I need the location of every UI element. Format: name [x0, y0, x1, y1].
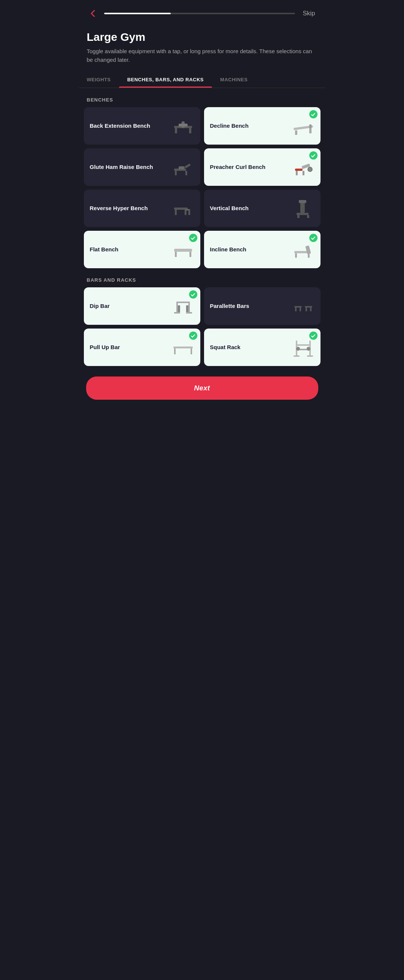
card-dip-bar[interactable]: Dip Bar: [84, 287, 200, 325]
card-label: Dip Bar: [90, 302, 170, 310]
page-subtitle: Toggle available equipment with a tap, o…: [87, 47, 317, 64]
check-icon: [309, 151, 317, 159]
svg-rect-48: [310, 307, 312, 311]
svg-point-59: [307, 347, 311, 351]
card-squat-rack[interactable]: Squat Rack: [204, 329, 320, 366]
card-image: [170, 195, 196, 222]
svg-point-18: [308, 167, 312, 172]
tabs-container: WEIGHTS BENCHES, BARS, AND RACKS MACHINE…: [79, 68, 326, 88]
svg-rect-22: [185, 210, 187, 215]
card-label: Reverse Hyper Bench: [90, 205, 170, 212]
svg-rect-4: [179, 124, 188, 127]
card-label: Flat Bench: [90, 246, 170, 253]
tab-benches-bars-racks[interactable]: BENCHES, BARS, AND RACKS: [119, 73, 212, 88]
card-label: Decline Bench: [210, 122, 290, 130]
title-section: Large Gym Toggle available equipment wit…: [79, 24, 326, 68]
progress-bar: [104, 13, 295, 14]
card-label: Parallette Bars: [210, 302, 290, 310]
svg-rect-47: [306, 307, 307, 311]
svg-rect-16: [296, 171, 298, 175]
tab-weights[interactable]: WEIGHTS: [79, 73, 119, 88]
card-label: Glute Ham Raise Bench: [90, 163, 170, 171]
page-title: Large Gym: [87, 31, 317, 43]
card-incline-bench[interactable]: Incline Bench: [204, 231, 320, 268]
header: Skip: [79, 0, 326, 24]
svg-rect-10: [184, 163, 190, 168]
svg-rect-27: [307, 215, 309, 218]
back-button[interactable]: [86, 7, 100, 20]
svg-rect-30: [175, 252, 177, 257]
card-vertical-bench[interactable]: Vertical Bench: [204, 189, 320, 227]
svg-rect-8: [309, 124, 312, 128]
svg-rect-17: [303, 171, 304, 175]
check-icon: [189, 234, 197, 242]
check-icon: [189, 290, 197, 299]
card-reverse-hyper-bench[interactable]: Reverse Hyper Bench: [84, 189, 200, 227]
bottom-section: Next: [79, 366, 326, 413]
svg-rect-11: [175, 171, 177, 175]
svg-rect-57: [307, 355, 313, 356]
svg-rect-51: [190, 348, 192, 355]
svg-rect-21: [175, 210, 177, 215]
card-image: [290, 293, 317, 320]
card-preacher-curl-bench[interactable]: Preacher Curl Bench: [204, 148, 320, 186]
next-button[interactable]: Next: [86, 377, 318, 400]
check-icon: [309, 234, 317, 242]
svg-rect-3: [189, 128, 191, 134]
svg-rect-44: [305, 306, 312, 307]
svg-rect-26: [297, 215, 299, 218]
svg-rect-37: [189, 302, 190, 312]
svg-rect-40: [186, 312, 192, 313]
check-icon: [309, 110, 317, 118]
benches-section-header: BENCHES: [79, 88, 326, 107]
progress-bar-fill: [104, 13, 171, 14]
card-label: Pull Up Bar: [90, 344, 170, 351]
svg-rect-56: [293, 355, 299, 356]
benches-grid: Back Extension Bench Decline Bench: [79, 107, 326, 268]
bars-racks-grid: Dip Bar Parallette Bars: [79, 287, 326, 366]
svg-rect-38: [176, 302, 190, 303]
card-flat-bench[interactable]: Flat Bench: [84, 231, 200, 268]
svg-rect-24: [300, 202, 305, 213]
svg-rect-41: [178, 305, 180, 312]
svg-point-58: [296, 347, 300, 351]
svg-rect-14: [295, 169, 303, 171]
svg-rect-54: [296, 344, 311, 346]
card-image: [290, 195, 317, 222]
svg-rect-34: [295, 253, 297, 258]
card-label: Preacher Curl Bench: [210, 163, 290, 171]
card-pull-up-bar[interactable]: Pull Up Bar: [84, 329, 200, 366]
card-label: Vertical Bench: [210, 205, 290, 212]
svg-rect-39: [174, 312, 180, 313]
tab-machines[interactable]: MACHINES: [212, 73, 256, 88]
svg-rect-25: [296, 213, 309, 215]
svg-rect-32: [294, 251, 309, 253]
svg-rect-28: [299, 200, 306, 203]
card-glute-ham-raise-bench[interactable]: Glute Ham Raise Bench: [84, 148, 200, 186]
svg-rect-50: [174, 348, 176, 355]
svg-rect-12: [185, 171, 187, 175]
check-icon: [309, 331, 317, 340]
card-label: Incline Bench: [210, 246, 290, 253]
card-parallette-bars[interactable]: Parallette Bars: [204, 287, 320, 325]
check-icon: [189, 331, 197, 340]
svg-rect-36: [176, 302, 178, 312]
bars-racks-section-header: BARS AND RACKS: [79, 268, 326, 287]
card-image: [170, 112, 196, 139]
svg-rect-31: [189, 252, 191, 257]
svg-rect-13: [179, 166, 185, 169]
svg-rect-29: [174, 249, 192, 252]
card-label: Back Extension Bench: [90, 122, 170, 130]
svg-rect-2: [175, 128, 177, 134]
skip-button[interactable]: Skip: [299, 8, 318, 19]
svg-rect-43: [294, 306, 302, 307]
card-image: [170, 154, 196, 181]
svg-rect-42: [186, 305, 189, 312]
card-back-extension-bench[interactable]: Back Extension Bench: [84, 107, 200, 145]
svg-rect-23: [189, 210, 190, 215]
svg-rect-6: [295, 130, 297, 135]
svg-rect-35: [308, 253, 310, 258]
card-label: Squat Rack: [210, 344, 290, 351]
svg-rect-49: [173, 347, 193, 348]
card-decline-bench[interactable]: Decline Bench: [204, 107, 320, 145]
